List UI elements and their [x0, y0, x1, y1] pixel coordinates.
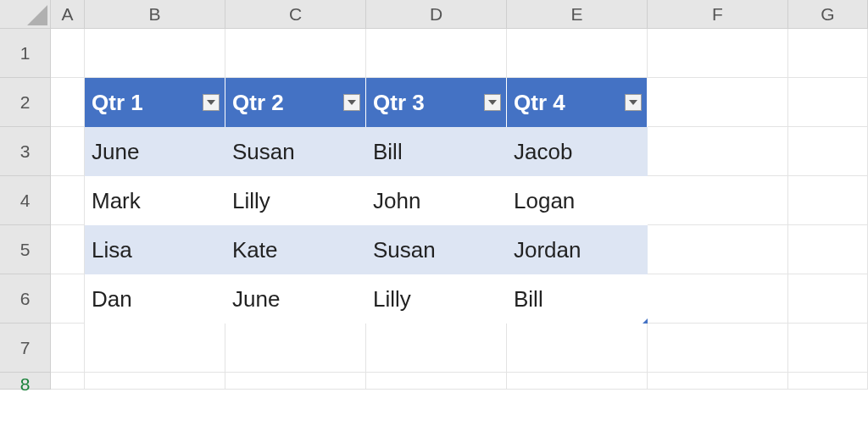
cell-F5[interactable] — [648, 225, 788, 274]
table-header-qtr3[interactable]: Qtr 3 — [366, 78, 507, 127]
cell-G4[interactable] — [788, 176, 868, 225]
table-header-qtr2[interactable]: Qtr 2 — [225, 78, 366, 127]
row-8: 8 — [0, 373, 868, 390]
cell-D8[interactable] — [366, 373, 507, 390]
cell-D3[interactable]: Bill — [366, 127, 507, 176]
cell-F4[interactable] — [648, 176, 788, 225]
cell-F8[interactable] — [648, 373, 788, 390]
row-header-8[interactable]: 8 — [0, 373, 51, 390]
cell-F7[interactable] — [648, 324, 788, 373]
filter-button-qtr2[interactable] — [343, 94, 360, 111]
select-all-corner[interactable] — [0, 0, 51, 29]
table-header-label: Qtr 2 — [232, 90, 284, 116]
filter-button-qtr3[interactable] — [484, 94, 501, 111]
chevron-down-icon — [629, 100, 637, 105]
cell-value: Bill — [514, 286, 543, 312]
cell-C7[interactable] — [225, 324, 366, 373]
col-header-G[interactable]: G — [788, 0, 868, 29]
cell-D6[interactable]: Lilly — [366, 274, 507, 324]
cell-F2[interactable] — [648, 78, 788, 127]
cell-C5[interactable]: Kate — [225, 225, 366, 274]
table-header-qtr1[interactable]: Qtr 1 — [85, 78, 225, 127]
row-4: 4 Mark Lilly John Logan — [0, 176, 868, 225]
col-header-D[interactable]: D — [366, 0, 507, 29]
cell-E7[interactable] — [507, 324, 648, 373]
cell-B5[interactable]: Lisa — [85, 225, 225, 274]
chevron-down-icon — [488, 100, 497, 105]
cell-B6[interactable]: Dan — [85, 274, 225, 324]
column-header-row: A B C D E F G — [0, 0, 868, 29]
cell-C1[interactable] — [225, 29, 366, 78]
chevron-down-icon — [207, 100, 215, 105]
cell-D1[interactable] — [366, 29, 507, 78]
cell-E3[interactable]: Jacob — [507, 127, 648, 176]
cell-E8[interactable] — [507, 373, 648, 390]
row-header-3[interactable]: 3 — [0, 127, 51, 176]
filter-button-qtr1[interactable] — [203, 94, 220, 111]
col-header-A[interactable]: A — [51, 0, 85, 29]
row-header-5[interactable]: 5 — [0, 225, 51, 274]
row-header-1[interactable]: 1 — [0, 29, 51, 78]
cell-F1[interactable] — [648, 29, 788, 78]
table-header-qtr4[interactable]: Qtr 4 — [507, 78, 648, 127]
cell-G1[interactable] — [788, 29, 868, 78]
col-header-B[interactable]: B — [85, 0, 225, 29]
table-header-label: Qtr 1 — [92, 90, 143, 116]
row-2: 2 Qtr 1 Qtr 2 Qtr 3 Qtr 4 — [0, 78, 868, 127]
table-header-label: Qtr 4 — [514, 90, 565, 116]
row-5: 5 Lisa Kate Susan Jordan — [0, 225, 868, 274]
cell-E6[interactable]: Bill — [507, 274, 648, 324]
row-1: 1 — [0, 29, 868, 78]
row-header-2[interactable]: 2 — [0, 78, 51, 127]
chevron-down-icon — [348, 100, 356, 105]
row-header-4[interactable]: 4 — [0, 176, 51, 225]
cell-B7[interactable] — [85, 324, 225, 373]
cell-D7[interactable] — [366, 324, 507, 373]
cell-G5[interactable] — [788, 225, 868, 274]
cell-A7[interactable] — [51, 324, 85, 373]
cell-G2[interactable] — [788, 78, 868, 127]
cell-E4[interactable]: Logan — [507, 176, 648, 225]
cell-E5[interactable]: Jordan — [507, 225, 648, 274]
cell-D4[interactable]: John — [366, 176, 507, 225]
row-header-7[interactable]: 7 — [0, 324, 51, 373]
cell-B1[interactable] — [85, 29, 225, 78]
spreadsheet-viewport: A B C D E F G 1 2 Qtr 1 Qtr 2 — [0, 0, 868, 448]
cell-C4[interactable]: Lilly — [225, 176, 366, 225]
filter-button-qtr4[interactable] — [625, 94, 642, 111]
cell-G7[interactable] — [788, 324, 868, 373]
cell-G3[interactable] — [788, 127, 868, 176]
cell-A8[interactable] — [51, 373, 85, 390]
cell-B8[interactable] — [85, 373, 225, 390]
row-7: 7 — [0, 324, 868, 373]
cell-C6[interactable]: June — [225, 274, 366, 324]
cell-A1[interactable] — [51, 29, 85, 78]
cell-G8[interactable] — [788, 373, 868, 390]
cell-A6[interactable] — [51, 274, 85, 324]
row-header-6[interactable]: 6 — [0, 274, 51, 324]
cell-B3[interactable]: June — [85, 127, 225, 176]
cell-G6[interactable] — [788, 274, 868, 324]
col-header-C[interactable]: C — [225, 0, 366, 29]
cell-C8[interactable] — [225, 373, 366, 390]
cell-C3[interactable]: Susan — [225, 127, 366, 176]
cell-B4[interactable]: Mark — [85, 176, 225, 225]
cell-A4[interactable] — [51, 176, 85, 225]
cell-F3[interactable] — [648, 127, 788, 176]
cell-F6[interactable] — [648, 274, 788, 324]
cell-E1[interactable] — [507, 29, 648, 78]
cell-D5[interactable]: Susan — [366, 225, 507, 274]
row-3: 3 June Susan Bill Jacob — [0, 127, 868, 176]
table-header-label: Qtr 3 — [373, 90, 425, 116]
row-6: 6 Dan June Lilly Bill — [0, 274, 868, 324]
cell-A5[interactable] — [51, 225, 85, 274]
cell-A2[interactable] — [51, 78, 85, 127]
cell-A3[interactable] — [51, 127, 85, 176]
col-header-E[interactable]: E — [507, 0, 648, 29]
col-header-F[interactable]: F — [648, 0, 788, 29]
